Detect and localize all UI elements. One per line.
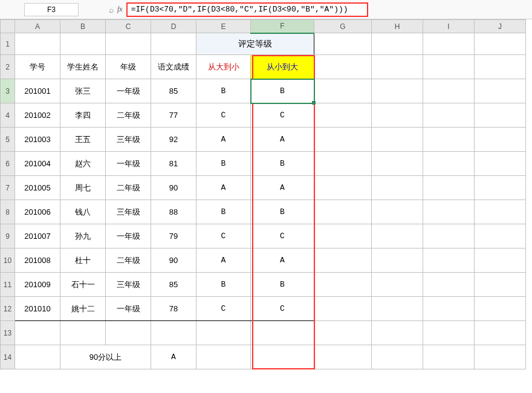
- cell-J3[interactable]: [475, 79, 526, 103]
- cell-D2[interactable]: 语文成绩: [151, 55, 196, 79]
- cell-F8[interactable]: B: [251, 200, 314, 224]
- cell-D7[interactable]: 90: [151, 176, 196, 200]
- cell-F2[interactable]: 从小到大: [251, 55, 314, 79]
- cell-G2[interactable]: [314, 55, 372, 79]
- cell-E6[interactable]: B: [196, 152, 251, 176]
- cell-A3[interactable]: 201001: [15, 79, 60, 103]
- cell-C13[interactable]: [106, 321, 151, 345]
- cell-I3[interactable]: [423, 79, 475, 103]
- cell-E3[interactable]: B: [196, 79, 251, 103]
- row-header-2[interactable]: 2: [1, 55, 15, 79]
- row-header-7[interactable]: 7: [1, 176, 15, 200]
- select-all-corner[interactable]: [1, 20, 15, 33]
- cell-G7[interactable]: [314, 176, 372, 200]
- row-header-10[interactable]: 10: [1, 248, 15, 273]
- cell-H6[interactable]: [372, 152, 423, 176]
- cell-C7[interactable]: 二年级: [106, 176, 151, 200]
- cell-I12[interactable]: [423, 297, 475, 321]
- name-box[interactable]: [24, 3, 79, 16]
- cell-E8[interactable]: B: [196, 200, 251, 224]
- cell-G13[interactable]: [314, 321, 372, 345]
- col-header-G[interactable]: G: [314, 20, 372, 33]
- cell-G14[interactable]: [314, 345, 372, 369]
- cell-C12[interactable]: 一年级: [106, 297, 151, 321]
- formula-input[interactable]: =IF(D3<70,"D",IF(D3<80,"C",IF(D3<90,"B",…: [126, 2, 368, 17]
- cell-B9[interactable]: 孙九: [60, 224, 106, 248]
- cell-A11[interactable]: 201009: [15, 273, 60, 297]
- cell-A10[interactable]: 201008: [15, 248, 60, 273]
- cell-J8[interactable]: [475, 200, 526, 224]
- cell-D1[interactable]: [151, 33, 196, 55]
- cell-D14[interactable]: A: [151, 345, 196, 369]
- cell-B13[interactable]: [60, 321, 106, 345]
- row-header-14[interactable]: 14: [1, 345, 15, 369]
- cell-H3[interactable]: [372, 79, 423, 103]
- cell-H12[interactable]: [372, 297, 423, 321]
- cell-E9[interactable]: C: [196, 224, 251, 248]
- cell-A5[interactable]: 201003: [15, 128, 60, 152]
- cell-A8[interactable]: 201006: [15, 200, 60, 224]
- cell-C11[interactable]: 三年级: [106, 273, 151, 297]
- cell-B8[interactable]: 钱八: [60, 200, 106, 224]
- cell-B11[interactable]: 石十一: [60, 273, 106, 297]
- search-icon[interactable]: ⌕: [109, 5, 114, 15]
- cell-F4[interactable]: C: [251, 103, 314, 128]
- cell-J7[interactable]: [475, 176, 526, 200]
- cell-A14[interactable]: [15, 345, 60, 369]
- row-header-11[interactable]: 11: [1, 273, 15, 297]
- cell-F11[interactable]: B: [251, 273, 314, 297]
- cell-J2[interactable]: [475, 55, 526, 79]
- cell-B1[interactable]: [60, 33, 106, 55]
- cell-C2[interactable]: 年级: [106, 55, 151, 79]
- cell-H1[interactable]: [372, 33, 423, 55]
- cell-I2[interactable]: [423, 55, 475, 79]
- cell-D10[interactable]: 90: [151, 248, 196, 273]
- cell-C3[interactable]: 一年级: [106, 79, 151, 103]
- cell-I10[interactable]: [423, 248, 475, 273]
- col-header-B[interactable]: B: [60, 20, 106, 33]
- cell-G4[interactable]: [314, 103, 372, 128]
- cell-B4[interactable]: 李四: [60, 103, 106, 128]
- cell-C10[interactable]: 二年级: [106, 248, 151, 273]
- cell-G11[interactable]: [314, 273, 372, 297]
- cell-G12[interactable]: [314, 297, 372, 321]
- cell-I13[interactable]: [423, 321, 475, 345]
- cell-B6[interactable]: 赵六: [60, 152, 106, 176]
- cell-E1-F1-merged[interactable]: 评定等级: [196, 33, 314, 55]
- cell-B10[interactable]: 杜十: [60, 248, 106, 273]
- cell-I6[interactable]: [423, 152, 475, 176]
- col-header-A[interactable]: A: [15, 20, 60, 33]
- cell-D6[interactable]: 81: [151, 152, 196, 176]
- cell-E11[interactable]: B: [196, 273, 251, 297]
- cell-H8[interactable]: [372, 200, 423, 224]
- cell-C1[interactable]: [106, 33, 151, 55]
- cell-F9[interactable]: C: [251, 224, 314, 248]
- cell-I1[interactable]: [423, 33, 475, 55]
- cell-I7[interactable]: [423, 176, 475, 200]
- cell-H13[interactable]: [372, 321, 423, 345]
- cell-F6[interactable]: B: [251, 152, 314, 176]
- cell-G6[interactable]: [314, 152, 372, 176]
- cell-G9[interactable]: [314, 224, 372, 248]
- cell-D5[interactable]: 92: [151, 128, 196, 152]
- cell-D12[interactable]: 78: [151, 297, 196, 321]
- col-header-J[interactable]: J: [475, 20, 526, 33]
- cell-H11[interactable]: [372, 273, 423, 297]
- cell-H10[interactable]: [372, 248, 423, 273]
- row-header-9[interactable]: 9: [1, 224, 15, 248]
- cell-I4[interactable]: [423, 103, 475, 128]
- cell-J10[interactable]: [475, 248, 526, 273]
- cell-C5[interactable]: 三年级: [106, 128, 151, 152]
- row-header-13[interactable]: 13: [1, 321, 15, 345]
- row-header-4[interactable]: 4: [1, 103, 15, 128]
- row-header-8[interactable]: 8: [1, 200, 15, 224]
- cell-F12[interactable]: C: [251, 297, 314, 321]
- cell-A4[interactable]: 201002: [15, 103, 60, 128]
- col-header-I[interactable]: I: [423, 20, 475, 33]
- cell-F13[interactable]: [251, 321, 314, 345]
- cell-D9[interactable]: 79: [151, 224, 196, 248]
- cell-J4[interactable]: [475, 103, 526, 128]
- row-header-3[interactable]: 3: [1, 79, 15, 103]
- cell-J6[interactable]: [475, 152, 526, 176]
- cell-D13[interactable]: [151, 321, 196, 345]
